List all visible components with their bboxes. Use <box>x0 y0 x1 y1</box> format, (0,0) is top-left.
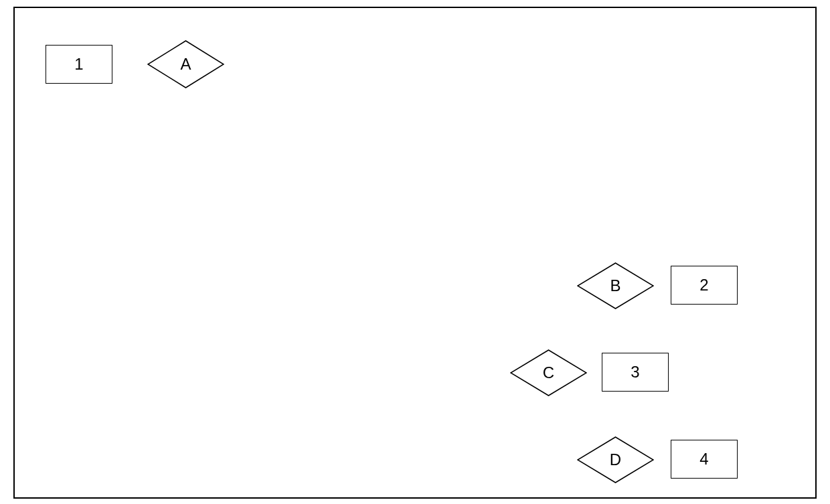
rect-1: 1 <box>46 45 112 84</box>
diagram-canvas: 1 A B 2 C 3 D 4 <box>13 7 817 499</box>
diamond-c: C <box>510 349 587 396</box>
rect-1-label: 1 <box>74 55 83 74</box>
diamond-c-label: C <box>543 363 554 382</box>
diamond-a: A <box>147 40 224 88</box>
diamond-b: B <box>577 262 654 309</box>
diamond-d-label: D <box>610 450 621 469</box>
rect-4: 4 <box>671 440 738 479</box>
rect-3: 3 <box>602 353 669 392</box>
rect-3-label: 3 <box>631 363 639 382</box>
rect-2-label: 2 <box>699 276 708 295</box>
rect-4-label: 4 <box>699 450 708 469</box>
rect-2: 2 <box>671 266 738 305</box>
diamond-a-label: A <box>180 55 191 74</box>
diamond-b-label: B <box>610 276 620 295</box>
diamond-d: D <box>577 436 654 483</box>
